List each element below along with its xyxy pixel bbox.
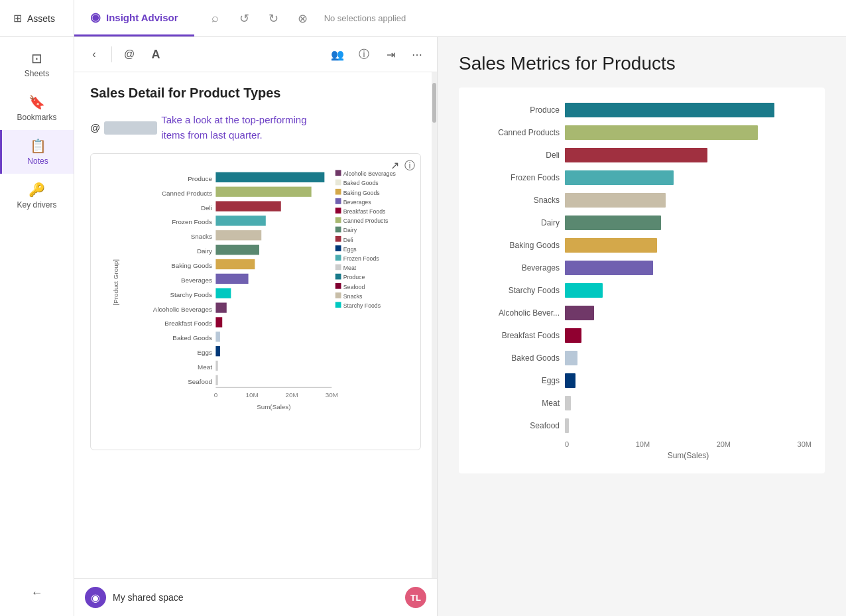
svg-rect-63 <box>335 292 341 298</box>
svg-text:Frozen Foods: Frozen Foods <box>343 255 380 262</box>
bookmarks-icon: 🔖 <box>29 94 45 110</box>
bar-label: Baking Goods <box>459 241 565 250</box>
svg-text:Eggs: Eggs <box>198 349 212 356</box>
svg-text:Meat: Meat <box>198 363 212 371</box>
svg-rect-27 <box>215 361 217 371</box>
svg-rect-65 <box>335 302 341 308</box>
bar-fill <box>565 396 571 410</box>
svg-rect-39 <box>335 180 341 186</box>
goto-button[interactable]: ⇥ <box>379 42 402 66</box>
sidebar-item-notes[interactable]: 📋 Notes <box>0 130 74 174</box>
bar-row: Alcoholic Bever... <box>459 304 812 322</box>
bar-fill <box>565 328 581 343</box>
scroll-thumb <box>432 83 436 123</box>
bar-row: Baked Goods <box>459 349 812 367</box>
bar-label: Deli <box>459 151 565 160</box>
svg-rect-53 <box>335 245 341 251</box>
bar-fill <box>565 238 657 253</box>
svg-rect-43 <box>335 198 341 204</box>
user-avatar: TL <box>405 587 426 608</box>
bar-fill <box>565 351 577 365</box>
bar-row: Meat <box>459 394 812 412</box>
forward-icon[interactable]: ↻ <box>263 8 284 29</box>
svg-rect-19 <box>215 302 226 312</box>
sidebar-item-bookmarks-label: Bookmarks <box>17 113 56 122</box>
svg-text:0: 0 <box>214 391 218 399</box>
svg-text:Starchy Foods: Starchy Foods <box>343 302 381 309</box>
svg-text:Sum(Sales): Sum(Sales) <box>257 403 290 410</box>
scroll-track[interactable] <box>432 72 437 578</box>
bar-track <box>565 216 812 230</box>
clear-icon[interactable]: ⊗ <box>292 8 314 29</box>
svg-rect-57 <box>335 265 341 271</box>
svg-text:Breakfast Foods: Breakfast Foods <box>164 320 212 327</box>
svg-rect-29 <box>215 375 217 385</box>
svg-rect-21 <box>215 317 222 327</box>
svg-rect-51 <box>335 236 341 242</box>
back-icon[interactable]: ↺ <box>234 8 255 29</box>
notes-message: Take a look at the top-performing items … <box>161 113 306 143</box>
svg-rect-1 <box>215 172 324 182</box>
bar-fill <box>565 148 707 162</box>
notes-footer: ◉ My shared space TL <box>74 578 437 616</box>
sidebar-item-key-drivers[interactable]: 🔑 Key drivers <box>0 174 74 217</box>
svg-rect-5 <box>215 201 280 211</box>
assets-label: Assets <box>27 13 55 24</box>
bar-label: Beverages <box>459 263 565 273</box>
svg-text:Dairy: Dairy <box>343 227 357 233</box>
people-button[interactable]: 👥 <box>326 42 349 66</box>
chart-x-ticks: 0 10M 20M 30M <box>565 440 812 448</box>
bar-label: Baked Goods <box>459 353 565 363</box>
notes-content[interactable]: Sales Detail for Product Types @ Take a … <box>74 72 437 578</box>
sidebar-item-sheets[interactable]: ⊡ Sheets <box>0 42 74 86</box>
chart-x-label: Sum(Sales) <box>459 451 812 460</box>
notes-space: ◉ My shared space <box>85 587 184 608</box>
bar-track <box>565 373 812 388</box>
svg-text:Seafood: Seafood <box>188 378 212 385</box>
assets-button[interactable]: ⊞ Assets <box>0 0 74 36</box>
svg-text:Baked Goods: Baked Goods <box>343 180 379 186</box>
svg-rect-49 <box>335 227 341 233</box>
main-layout: ⊡ Sheets 🔖 Bookmarks 📋 Notes 🔑 Key drive… <box>0 37 846 616</box>
bar-fill <box>565 193 666 208</box>
notes-toolbar: ‹ @ A 👥 ⓘ ⇥ ⋯ <box>74 37 437 72</box>
key-drivers-icon: 🔑 <box>29 182 45 198</box>
info-button[interactable]: ⓘ <box>352 42 376 66</box>
collapse-button[interactable]: ← <box>26 581 48 605</box>
svg-text:Beverages: Beverages <box>343 199 371 206</box>
more-button[interactable]: ⋯ <box>405 42 429 66</box>
bar-label: Produce <box>459 105 565 115</box>
bar-row: Snacks <box>459 191 812 210</box>
share-icon[interactable]: ↗ <box>391 159 399 173</box>
bar-track <box>565 306 812 320</box>
sidebar-item-key-drivers-label: Key drivers <box>17 200 56 210</box>
divider <box>111 46 112 62</box>
mention-avatar <box>104 121 157 135</box>
svg-text:20M: 20M <box>286 391 298 399</box>
svg-rect-15 <box>215 274 248 284</box>
svg-text:Beverages: Beverages <box>181 277 212 284</box>
svg-rect-17 <box>215 288 231 298</box>
svg-text:Produce: Produce <box>188 175 212 182</box>
notes-panel: ‹ @ A 👥 ⓘ ⇥ ⋯ Sales Detail for Product T… <box>74 37 438 616</box>
insight-advisor-tab[interactable]: ◉ Insight Advisor <box>74 0 194 36</box>
svg-text:30M: 30M <box>326 391 338 399</box>
svg-rect-47 <box>335 217 341 223</box>
embed-info-icon[interactable]: ⓘ <box>404 159 415 173</box>
back-button[interactable]: ‹ <box>82 42 106 66</box>
mention-button[interactable]: @ <box>117 42 141 66</box>
chart-x-axis: 0 10M 20M 30M <box>459 440 812 448</box>
bar-row: Canned Products <box>459 123 812 142</box>
svg-text:Alcoholic Beverages: Alcoholic Beverages <box>343 170 396 177</box>
text-button[interactable]: A <box>144 42 168 66</box>
bar-row: Produce <box>459 101 812 119</box>
bar-fill <box>565 125 758 140</box>
sidebar-item-bookmarks[interactable]: 🔖 Bookmarks <box>0 86 74 130</box>
svg-rect-7 <box>215 216 265 225</box>
svg-text:Eggs: Eggs <box>343 246 357 253</box>
bar-label: Alcoholic Bever... <box>459 308 565 318</box>
search-icon[interactable]: ⌕ <box>205 8 226 29</box>
bar-label: Canned Products <box>459 128 565 137</box>
no-selections-text: No selections applied <box>324 13 406 23</box>
chart-container: ProduceCanned ProductsDeliFrozen FoodsSn… <box>459 88 825 473</box>
